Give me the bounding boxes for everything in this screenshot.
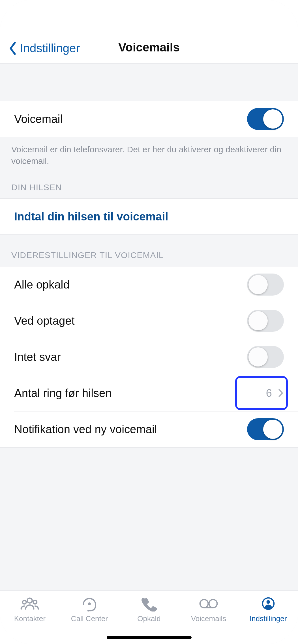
profile-icon	[258, 596, 278, 612]
tab-calls[interactable]: Opkald	[119, 596, 179, 623]
chevron-right-icon	[278, 388, 284, 398]
rings-value: 6	[266, 387, 272, 399]
tab-calls-label: Opkald	[137, 614, 160, 623]
toggle-all-calls[interactable]	[247, 274, 284, 296]
tab-contacts[interactable]: Kontakter	[0, 596, 60, 623]
row-rings-trail: 6	[266, 387, 284, 399]
back-label: Indstillinger	[20, 42, 80, 55]
svg-point-3	[87, 610, 89, 612]
tab-settings[interactable]: Indstillinger	[238, 596, 298, 623]
svg-point-5	[200, 600, 208, 608]
voicemail-toggle[interactable]	[247, 108, 284, 130]
svg-point-1	[23, 600, 26, 604]
row-notify: Notifikation ved ny voicemail	[0, 411, 298, 447]
headset-icon	[79, 596, 100, 612]
nav-bar: Indstillinger Voicemails	[0, 0, 298, 64]
svg-point-6	[209, 600, 217, 608]
toggle-busy[interactable]	[247, 310, 284, 332]
voicemail-description: Voicemail er din telefonsvarer. Det er h…	[0, 137, 298, 168]
tab-contacts-label: Kontakter	[14, 614, 46, 623]
voicemail-label: Voicemail	[14, 113, 63, 125]
tab-call-center-label: Call Center	[71, 614, 108, 623]
row-rings-label: Antal ring før hilsen	[14, 387, 112, 400]
phone-icon	[139, 596, 159, 612]
svg-point-2	[33, 600, 37, 604]
row-all-calls: Alle opkald	[0, 266, 298, 303]
svg-point-4	[88, 602, 91, 605]
spacer	[0, 64, 298, 101]
forwarding-list: Alle opkald Ved optaget Intet svar Antal…	[0, 266, 298, 448]
tab-call-center[interactable]: Call Center	[60, 596, 119, 623]
row-busy: Ved optaget	[0, 303, 298, 339]
flex-spacer	[0, 448, 298, 590]
row-no-answer-label: Intet svar	[14, 351, 61, 363]
row-all-calls-label: Alle opkald	[14, 278, 70, 291]
home-indicator	[107, 636, 192, 639]
record-greeting-label: Indtal din hilsen til voicemail	[14, 210, 168, 223]
tab-settings-label: Indstillinger	[250, 614, 287, 623]
row-notify-label: Notifikation ved ny voicemail	[14, 423, 157, 436]
row-no-answer: Intet svar	[0, 339, 298, 375]
voicemail-row: Voicemail	[0, 101, 298, 137]
toggle-no-answer[interactable]	[247, 346, 284, 368]
page-title: Voicemails	[118, 41, 179, 54]
record-greeting-link[interactable]: Indtal din hilsen til voicemail	[0, 198, 298, 235]
toggle-notify[interactable]	[247, 418, 284, 440]
svg-point-9	[266, 600, 270, 604]
svg-point-0	[27, 598, 32, 603]
contacts-icon	[20, 596, 40, 612]
forwarding-section-header: VIDERESTILLINGER TIL VOICEMAIL	[0, 235, 298, 266]
row-rings[interactable]: Antal ring før hilsen 6	[0, 375, 298, 411]
back-button[interactable]: Indstillinger	[8, 41, 80, 55]
greeting-section-header: DIN HILSEN	[0, 168, 298, 198]
row-busy-label: Ved optaget	[14, 315, 75, 327]
tab-voicemails[interactable]: Voicemails	[179, 596, 239, 623]
tab-voicemails-label: Voicemails	[191, 614, 226, 623]
voicemail-icon	[198, 596, 219, 612]
chevron-left-icon	[8, 41, 17, 55]
